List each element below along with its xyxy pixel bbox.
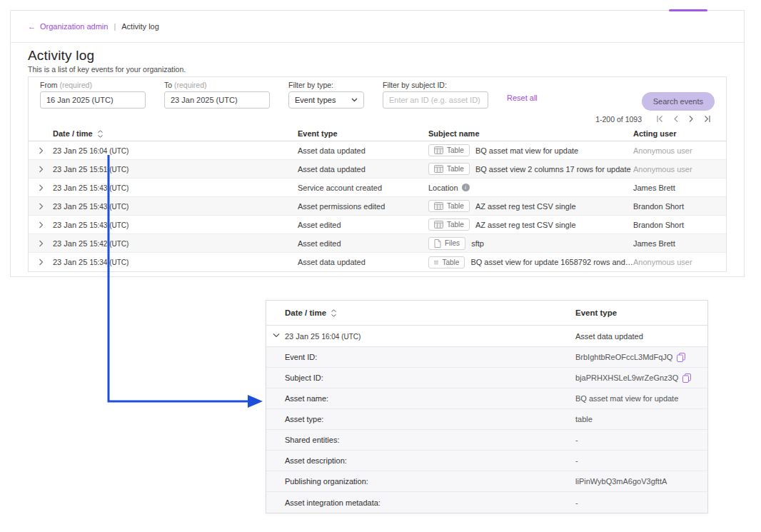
subject-name: sftp xyxy=(471,239,484,248)
to-date-input[interactable] xyxy=(164,91,270,109)
row-date: 23 Jan 25 15:43 (UTC) xyxy=(53,184,298,192)
subject-id-input[interactable] xyxy=(383,91,488,109)
column-event-type: Event type xyxy=(298,129,428,138)
chevron-down-icon xyxy=(351,98,358,102)
detail-field-value: bjaPRHXHSLeL9wrZeGnz3Q xyxy=(575,373,707,383)
collapse-chevron-icon[interactable] xyxy=(273,333,280,338)
sort-icon xyxy=(331,309,337,317)
copy-icon[interactable] xyxy=(677,353,685,362)
column-date-time[interactable]: Date / time xyxy=(53,129,298,138)
table-row[interactable]: 23 Jan 25 15:43 (UTC) Asset edited Table… xyxy=(29,216,726,234)
row-acting-user: James Brett xyxy=(633,239,726,248)
detail-field-value: BQ asset mat view for update xyxy=(575,394,707,403)
row-date: 23 Jan 25 15:51 (UTC) xyxy=(53,165,298,174)
expand-chevron-icon[interactable] xyxy=(29,203,53,210)
row-acting-user: Anonymous user xyxy=(633,165,726,174)
row-date: 23 Jan 25 15:34 (UTC) xyxy=(53,258,298,266)
from-date-group: From (required) xyxy=(40,81,146,109)
detail-field-label: Event ID: xyxy=(285,353,575,361)
detail-field-value: BrbIghtbReOFccL3MdFqJQ xyxy=(575,353,707,362)
detail-field-row: Asset integration metadata: - xyxy=(266,492,707,513)
detail-field-label: Asset integration metadata: xyxy=(285,498,575,507)
detail-field-row: Asset type: table xyxy=(266,409,707,430)
table-row[interactable]: 23 Jan 25 15:43 (UTC) Asset permissions … xyxy=(29,197,726,216)
search-events-button[interactable]: Search events xyxy=(642,92,715,111)
subject-type-badge: Table xyxy=(428,144,470,156)
table-icon xyxy=(434,221,443,229)
expand-chevron-icon[interactable] xyxy=(29,221,53,229)
table-icon xyxy=(434,165,443,173)
subject-type-badge: Table xyxy=(428,219,470,231)
card-body: Activity log This is a list of key event… xyxy=(11,43,744,276)
row-subject: Files sftp xyxy=(428,237,633,250)
row-event-type: Asset data updated xyxy=(298,165,428,174)
page-subtitle: This is a list of key events for your or… xyxy=(28,65,727,74)
breadcrumb-current: Activity log xyxy=(121,22,159,31)
from-label: From (required) xyxy=(40,81,146,89)
row-date: 23 Jan 25 15:42 (UTC) xyxy=(53,239,298,248)
info-icon[interactable]: i xyxy=(462,184,470,191)
detail-field-row: Shared entities: - xyxy=(266,430,707,451)
table-row[interactable]: 23 Jan 25 15:34 (UTC) Asset data updated… xyxy=(29,253,726,271)
row-date: 23 Jan 25 15:43 (UTC) xyxy=(53,202,298,211)
row-event-type: Asset data updated xyxy=(298,146,428,155)
copy-icon[interactable] xyxy=(682,373,691,383)
expanded-row[interactable]: 23 Jan 25 16:04 (UTC) Asset data updated xyxy=(266,326,707,347)
row-acting-user: Anonymous user xyxy=(633,146,726,155)
back-link[interactable]: ← Organization admin xyxy=(28,22,108,31)
expand-chevron-icon[interactable] xyxy=(29,240,53,247)
row-event-type: Asset permissions edited xyxy=(298,202,428,211)
subject-type-badge: Table xyxy=(428,163,470,175)
expanded-row-event: Asset data updated xyxy=(575,332,707,341)
subject-type-badge: Files xyxy=(428,237,465,250)
breadcrumb: ← Organization admin | Activity log xyxy=(11,11,744,43)
from-date-input[interactable] xyxy=(40,91,146,109)
subject-type-badge: Table xyxy=(428,200,470,212)
main-card: ← Organization admin | Activity log Acti… xyxy=(10,10,745,277)
last-page-button[interactable] xyxy=(702,114,713,124)
back-arrow-icon: ← xyxy=(28,22,36,31)
expand-chevron-icon[interactable] xyxy=(29,184,53,191)
row-acting-user: James Brett xyxy=(633,184,726,192)
expand-chevron-icon[interactable] xyxy=(29,166,53,173)
column-subject-name: Subject name xyxy=(428,129,633,138)
detail-field-row: Asset name: BQ asset mat view for update xyxy=(266,388,707,409)
next-page-button[interactable] xyxy=(687,114,695,124)
row-subject: Table BQ asset view for update 1658792 r… xyxy=(428,256,633,268)
detail-field-label: Publishing organization: xyxy=(285,477,575,486)
type-filter-group: Filter by type: Event types xyxy=(288,81,364,109)
files-icon xyxy=(434,239,441,248)
detail-fields: Event ID: BrbIghtbReOFccL3MdFqJQ Subject… xyxy=(266,347,707,513)
detail-field-value: - xyxy=(575,436,707,444)
table-row[interactable]: 23 Jan 25 15:42 (UTC) Asset edited Files… xyxy=(29,234,726,253)
event-types-select[interactable]: Event types xyxy=(288,91,364,109)
expand-chevron-icon[interactable] xyxy=(29,147,53,154)
breadcrumb-separator: | xyxy=(114,22,116,31)
detail-field-row: Subject ID: bjaPRHXHSLeL9wrZeGnz3Q xyxy=(266,368,707,388)
table-row[interactable]: 23 Jan 25 15:51 (UTC) Asset data updated… xyxy=(29,160,726,179)
reset-all-link[interactable]: Reset all xyxy=(507,94,538,102)
row-event-type: Asset edited xyxy=(298,239,428,248)
row-subject: Table AZ asset reg test CSV single xyxy=(428,200,633,212)
detail-field-row: Event ID: BrbIghtbReOFccL3MdFqJQ xyxy=(266,347,707,368)
detail-field-label: Asset description: xyxy=(285,456,575,465)
detail-field-value: liPinWybQ3mA6goV3gfttA xyxy=(575,477,707,486)
detail-field-value: table xyxy=(575,415,707,423)
subject-name: BQ asset view for update 1658792 rows an… xyxy=(470,258,633,266)
back-link-label: Organization admin xyxy=(40,22,108,31)
detail-field-value: - xyxy=(575,456,707,465)
subject-name: AZ asset reg test CSV single xyxy=(475,221,576,229)
detail-header: Date / time Event type xyxy=(266,301,707,326)
detail-column-date-time[interactable]: Date / time xyxy=(285,308,575,317)
table-row[interactable]: 23 Jan 25 15:43 (UTC) Service account cr… xyxy=(29,179,726,197)
event-types-select-value: Event types xyxy=(295,96,336,104)
row-event-type: Asset edited xyxy=(298,221,428,229)
type-filter-label: Filter by type: xyxy=(288,81,364,89)
subject-filter-group: Filter by subject ID: xyxy=(383,81,488,109)
expand-chevron-icon[interactable] xyxy=(29,259,53,266)
previous-page-button[interactable] xyxy=(672,114,680,124)
first-page-button[interactable] xyxy=(654,114,665,124)
row-date: 23 Jan 25 16:04 (UTC) xyxy=(53,146,298,155)
table-row[interactable]: 23 Jan 25 16:04 (UTC) Asset data updated… xyxy=(29,141,726,160)
row-acting-user: Brandon Short xyxy=(633,202,726,211)
